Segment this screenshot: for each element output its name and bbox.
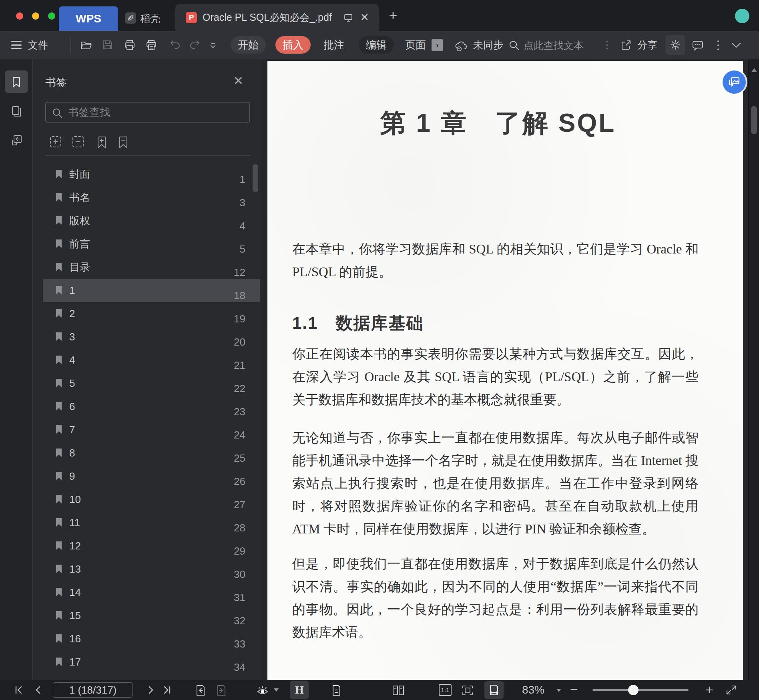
bookmarks-panel-icon[interactable] bbox=[11, 76, 22, 88]
pdf-file-icon: P bbox=[186, 12, 197, 23]
find-text-input[interactable] bbox=[524, 38, 596, 52]
hand-tool-button[interactable]: H bbox=[290, 681, 309, 699]
save-icon[interactable] bbox=[102, 40, 113, 50]
new-tab-button[interactable]: + bbox=[385, 0, 401, 31]
document-scrollbar-thumb[interactable] bbox=[751, 106, 757, 134]
eye-mode-dropdown-caret[interactable] bbox=[274, 688, 279, 692]
next-view-button[interactable] bbox=[216, 684, 227, 696]
comment-icon[interactable] bbox=[692, 40, 704, 51]
bookmark-item[interactable]: 9 26 bbox=[43, 465, 260, 488]
two-page-view-icon[interactable] bbox=[392, 684, 405, 696]
open-file-icon[interactable] bbox=[80, 40, 92, 51]
bookmark-item[interactable]: 版权 4 bbox=[43, 209, 260, 232]
panel-scrollbar-thumb[interactable] bbox=[253, 164, 258, 192]
mode-tab-insert[interactable]: 插入 bbox=[275, 36, 311, 54]
first-page-button[interactable] bbox=[14, 684, 24, 696]
zoom-level-value[interactable]: 83% bbox=[517, 680, 549, 700]
thumbnails-panel-icon[interactable] bbox=[11, 105, 22, 117]
expand-all-icon[interactable]: + bbox=[50, 136, 61, 147]
document-scrollbar[interactable] bbox=[748, 59, 759, 680]
zoom-slider-thumb[interactable] bbox=[628, 685, 639, 695]
bookmark-item[interactable]: 书名 3 bbox=[43, 186, 260, 209]
share-icon[interactable] bbox=[620, 40, 632, 51]
bookmark-item[interactable]: 1 18 bbox=[43, 279, 260, 302]
page-indicator[interactable]: 1 (18/317) bbox=[53, 682, 133, 698]
scroll-up-arrow-icon[interactable] bbox=[751, 68, 757, 72]
print-settings-icon[interactable] bbox=[146, 40, 157, 51]
tab-wps-home[interactable]: WPS bbox=[59, 6, 118, 31]
bookmark-item[interactable]: 3 20 bbox=[43, 325, 260, 348]
body-paragraph: 但是，即使我们一直都在使用数据库，对于数据库到底是什么仍然认识不清。事实的确如此… bbox=[292, 553, 699, 644]
close-tab-icon[interactable]: ✕ bbox=[360, 4, 369, 31]
bookmark-item[interactable]: 10 27 bbox=[43, 488, 260, 511]
bookmark-item[interactable]: 17 34 bbox=[43, 650, 260, 674]
toolbar-more-dropdown-icon[interactable] bbox=[209, 42, 217, 49]
close-panel-icon[interactable]: ✕ bbox=[233, 74, 243, 88]
user-avatar[interactable] bbox=[735, 9, 749, 23]
bookmark-item[interactable]: 6 23 bbox=[43, 395, 260, 418]
previous-view-button[interactable] bbox=[195, 684, 206, 696]
file-menu[interactable]: 文件 bbox=[28, 31, 48, 59]
print-icon[interactable] bbox=[124, 40, 135, 51]
bookmark-icon bbox=[55, 610, 63, 621]
mode-tabs-expand-button[interactable]: › bbox=[432, 39, 443, 51]
delete-bookmark-icon[interactable] bbox=[118, 136, 129, 149]
fit-page-button[interactable] bbox=[461, 684, 474, 696]
settings-button[interactable] bbox=[665, 35, 685, 55]
bookmark-item[interactable]: 13 30 bbox=[43, 557, 260, 581]
bookmark-item[interactable]: 8 25 bbox=[43, 441, 260, 465]
collapse-all-icon[interactable]: − bbox=[72, 136, 84, 147]
bookmark-search-input[interactable] bbox=[68, 104, 245, 120]
export-image-float-button[interactable] bbox=[723, 70, 746, 94]
bookmark-item[interactable]: 11 28 bbox=[43, 511, 260, 534]
mode-tab-annotate[interactable]: 批注 bbox=[319, 36, 348, 54]
zoom-slider-track[interactable] bbox=[592, 689, 689, 691]
bookmark-search-box[interactable] bbox=[45, 102, 250, 123]
main-menu-icon[interactable] bbox=[11, 41, 22, 49]
mode-tab-page[interactable]: 页面 bbox=[404, 36, 428, 54]
mode-tab-edit[interactable]: 编辑 bbox=[359, 36, 394, 54]
add-bookmark-icon[interactable] bbox=[96, 136, 107, 149]
bookmark-item[interactable]: 目录 12 bbox=[43, 255, 260, 279]
zoom-out-button[interactable]: − bbox=[570, 680, 578, 698]
collapse-toolbar-icon[interactable] bbox=[731, 42, 741, 48]
fit-width-button[interactable] bbox=[484, 681, 504, 699]
bookmark-item[interactable]: 前言 5 bbox=[43, 232, 260, 255]
last-page-button[interactable] bbox=[162, 684, 172, 696]
zoom-window-button[interactable] bbox=[48, 12, 55, 20]
cloud-sync-icon[interactable] bbox=[454, 40, 468, 52]
tab-pdf-document[interactable]: P Oracle PL SQL必知必会_.pdf ✕ bbox=[175, 4, 379, 31]
single-page-view-icon[interactable] bbox=[331, 684, 341, 696]
close-window-button[interactable] bbox=[16, 12, 23, 20]
more-options-icon[interactable] bbox=[717, 39, 719, 50]
screen-cast-icon[interactable] bbox=[343, 13, 353, 22]
bookmark-label: 书名 bbox=[69, 191, 240, 205]
undo-icon[interactable] bbox=[170, 40, 181, 50]
export-panel-icon[interactable] bbox=[11, 134, 23, 146]
search-icon bbox=[52, 107, 63, 119]
zoom-dropdown-caret[interactable] bbox=[556, 689, 561, 692]
search-icon[interactable] bbox=[508, 40, 520, 51]
bookmark-item[interactable]: 封面 1 bbox=[43, 163, 260, 186]
redo-icon[interactable] bbox=[189, 40, 200, 50]
bookmark-item[interactable]: 7 24 bbox=[43, 418, 260, 441]
sync-status-label[interactable]: 未同步 bbox=[473, 31, 503, 59]
bookmark-item[interactable]: 2 19 bbox=[43, 302, 260, 325]
bookmark-item[interactable]: 14 31 bbox=[43, 581, 260, 604]
bookmark-item[interactable]: 15 32 bbox=[43, 604, 260, 627]
previous-page-button[interactable] bbox=[34, 684, 42, 696]
next-page-button[interactable] bbox=[147, 684, 155, 696]
share-label[interactable]: 分享 bbox=[637, 31, 657, 59]
bookmark-item[interactable]: 4 21 bbox=[43, 348, 260, 372]
fullscreen-icon[interactable] bbox=[725, 684, 737, 696]
mode-tab-home[interactable]: 开始 bbox=[231, 36, 266, 54]
tab-docer[interactable]: 稻壳 bbox=[120, 6, 172, 31]
bookmark-item[interactable]: 12 29 bbox=[43, 534, 260, 557]
minimize-window-button[interactable] bbox=[32, 12, 39, 20]
actual-size-button[interactable]: 1:1 bbox=[439, 684, 452, 696]
bookmark-icon bbox=[55, 192, 63, 203]
bookmark-item[interactable]: 5 22 bbox=[43, 372, 260, 395]
zoom-in-button[interactable]: + bbox=[705, 680, 713, 699]
bookmark-item[interactable]: 16 33 bbox=[43, 627, 260, 650]
eye-protection-mode-icon[interactable] bbox=[255, 684, 271, 696]
